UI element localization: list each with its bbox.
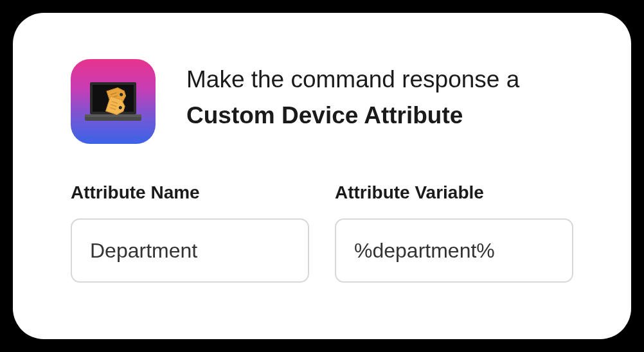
- laptop-tags-icon: [82, 78, 144, 125]
- attribute-name-label: Attribute Name: [71, 182, 309, 203]
- device-attribute-icon: [71, 59, 156, 144]
- svg-rect-3: [85, 114, 141, 117]
- attribute-variable-input[interactable]: [335, 218, 573, 283]
- attribute-variable-field: Attribute Variable: [335, 182, 573, 283]
- attribute-name-field: Attribute Name: [71, 182, 309, 283]
- fields-row: Attribute Name Attribute Variable: [71, 182, 573, 283]
- card-header: Make the command response a Custom Devic…: [71, 59, 573, 144]
- title-line1: Make the command response a: [186, 64, 519, 95]
- title-line2: Custom Device Attribute: [186, 100, 519, 131]
- attribute-card: Make the command response a Custom Devic…: [13, 13, 631, 339]
- attribute-name-input[interactable]: [71, 218, 309, 283]
- attribute-variable-label: Attribute Variable: [335, 182, 573, 203]
- title-block: Make the command response a Custom Devic…: [186, 59, 519, 131]
